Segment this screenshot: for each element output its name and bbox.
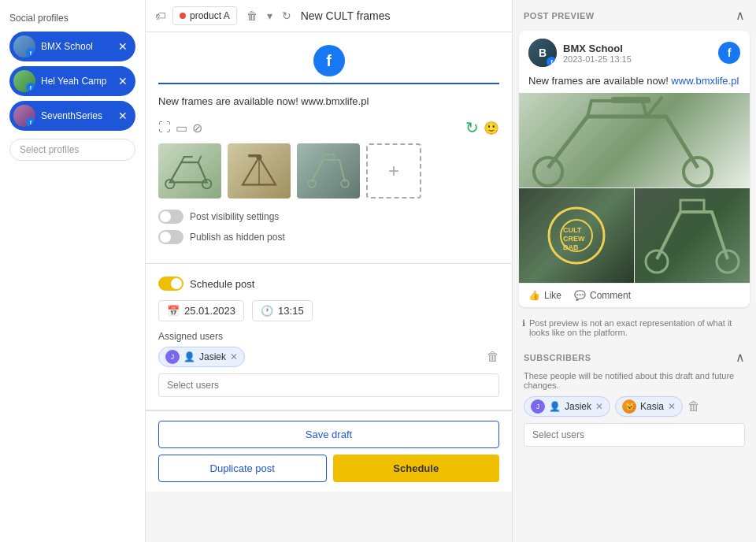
emoji-icon[interactable]: 🙂 — [484, 121, 499, 136]
subscribers-title: SUBSCRIBERS — [524, 353, 591, 362]
subscriber-jasiek-avatar: J — [531, 399, 545, 414]
subscribers-header: SUBSCRIBERS ∧ — [519, 343, 750, 371]
preview-post-link[interactable]: www.bmxlife.pl — [671, 75, 739, 87]
schedule-toggle[interactable] — [158, 277, 183, 291]
comment-button[interactable]: 💬 Comment — [574, 290, 631, 301]
select-profiles-button[interactable]: Select profiles — [9, 139, 135, 161]
select-subscribers-input[interactable] — [524, 423, 745, 447]
visibility-toggle[interactable] — [158, 210, 183, 224]
link-icon[interactable]: ⊘ — [192, 121, 202, 136]
image-row: + — [158, 143, 499, 199]
svg-text:DAB: DAB — [563, 243, 579, 251]
comment-icon: 💬 — [574, 290, 586, 301]
post-preview-title: POST PREVIEW — [524, 11, 595, 20]
like-icon: 👍 — [528, 290, 540, 301]
comment-label: Comment — [590, 290, 631, 301]
bmx-school-avatar: f — [13, 35, 35, 58]
remove-bmx-school-button[interactable]: ✕ — [117, 40, 129, 53]
time-input[interactable]: 🕐 13:15 — [252, 300, 313, 321]
date-input[interactable]: 📅 25.01.2023 — [158, 300, 244, 321]
save-draft-button[interactable]: Save draft — [158, 421, 499, 448]
svg-point-15 — [717, 251, 739, 273]
schedule-label: Schedule post — [190, 278, 254, 290]
product-label: product A — [190, 10, 230, 21]
post-editor: f New frames are available now! www.bmxl… — [146, 32, 512, 264]
visibility-label: Post visibility settings — [190, 211, 279, 222]
hidden-toggle[interactable] — [158, 230, 183, 244]
bike-image-3 — [297, 143, 360, 199]
subscriber-kasia: 🐱 Kasia ✕ — [615, 396, 683, 417]
post-text-content: New frames are available now! www.bmxlif… — [158, 92, 499, 110]
add-image-button[interactable]: + — [366, 143, 421, 199]
sidebar: Social profiles f BMX School ✕ f Hel Yea… — [0, 0, 146, 542]
collapse-subscribers-button[interactable]: ∧ — [736, 350, 745, 365]
fb-blue-circle-icon: f — [718, 42, 740, 64]
refresh-content-icon[interactable]: ↻ — [465, 118, 479, 137]
subscribers-description: These people will be notified about this… — [519, 371, 750, 396]
preview-bike-frame-bottom-left: CULT CREW DAB — [519, 188, 634, 283]
preview-card: B f BMX School 2023-01-25 13:15 f New fr… — [519, 31, 750, 307]
product-actions: 🗑 ▾ — [243, 8, 276, 24]
profile-name-bmx-school: BMX School — [41, 41, 117, 52]
preview-image-bottom-left: CULT CREW DAB — [519, 188, 634, 283]
bike-image-2 — [228, 143, 291, 199]
preview-account-date: 2023-01-25 13:15 — [563, 54, 632, 64]
preview-post-text: New frames are available now! www.bmxlif… — [519, 75, 750, 93]
collapse-preview-button[interactable]: ∧ — [736, 8, 745, 23]
delete-product-button[interactable]: 🗑 — [243, 8, 261, 24]
svg-text:CREW: CREW — [563, 235, 585, 243]
sidebar-item-bmx-school[interactable]: f BMX School ✕ — [9, 32, 135, 61]
image-thumb-2 — [228, 143, 291, 199]
user-icon: 👤 — [549, 401, 561, 412]
bike-image-1 — [158, 143, 221, 199]
facebook-icon: f — [313, 45, 345, 76]
preview-note-text: Post preview is not an exact representat… — [529, 318, 747, 337]
post-area: f New frames are available now! www.bmxl… — [146, 32, 512, 542]
remove-hel-yeah-camp-button[interactable]: ✕ — [117, 75, 129, 87]
remove-seventh-series-button[interactable]: ✕ — [117, 110, 129, 122]
sidebar-item-seventh-series[interactable]: f SeventhSeries ✕ — [9, 101, 135, 131]
preview-frame-svg-3: CULT CREW DAB — [525, 196, 628, 275]
clock-icon: 🕐 — [261, 305, 273, 317]
dropdown-product-button[interactable]: ▾ — [264, 8, 276, 24]
subscriber-kasia-name: Kasia — [640, 401, 664, 412]
delete-subscribers-button[interactable]: 🗑 — [687, 399, 700, 414]
remove-subscriber-kasia-button[interactable]: ✕ — [668, 401, 676, 412]
hidden-label: Publish as hidden post — [190, 232, 285, 243]
post-title-input[interactable] — [298, 8, 502, 24]
subscriber-jasiek-name: Jasiek — [565, 401, 591, 412]
assigned-label: Assigned users — [158, 331, 499, 342]
subscribers-users-row: J 👤 Jasiek ✕ 🐱 Kasia ✕ 🗑 — [519, 396, 750, 423]
preview-bike-frame-bottom-right — [635, 188, 750, 283]
main-content: 🏷 product A 🗑 ▾ ↻ f New frames are avail… — [146, 0, 512, 542]
select-users-input[interactable] — [158, 373, 499, 397]
preview-image-top — [519, 93, 750, 187]
expand-icon[interactable]: ⛶ — [158, 121, 171, 135]
preview-account-avatar: B f — [528, 39, 557, 67]
blue-underline — [158, 83, 499, 84]
fb-badge-icon-2: f — [26, 83, 35, 92]
svg-point-7 — [684, 158, 712, 186]
frame-svg-3 — [300, 149, 357, 193]
like-button[interactable]: 👍 Like — [528, 290, 561, 301]
product-badge: product A — [172, 6, 237, 25]
remove-subscriber-jasiek-button[interactable]: ✕ — [595, 401, 603, 412]
jasiek-name: Jasiek — [199, 351, 226, 362]
jasiek-avatar: J — [165, 350, 180, 364]
date-value: 25.01.2023 — [184, 305, 235, 317]
delete-users-button[interactable]: 🗑 — [487, 350, 499, 364]
svg-point-6 — [534, 158, 562, 186]
remove-jasiek-button[interactable]: ✕ — [230, 351, 238, 362]
hidden-toggle-row: Publish as hidden post — [158, 230, 499, 244]
subscriber-jasiek: J 👤 Jasiek ✕ — [524, 396, 610, 417]
preview-panel: POST PREVIEW ∧ B f BMX School 2023-01-25… — [512, 0, 756, 542]
fb-badge-icon-3: f — [26, 117, 35, 127]
schedule-button[interactable]: Schedule — [333, 455, 500, 482]
profile-name-seventh-series: SeventhSeries — [41, 110, 117, 121]
like-label: Like — [544, 290, 561, 301]
image-icon[interactable]: ▭ — [176, 121, 187, 136]
duplicate-post-button[interactable]: Duplicate post — [158, 455, 327, 482]
frame-svg-1 — [161, 149, 218, 193]
image-thumb-3 — [297, 143, 360, 199]
sidebar-item-hel-yeah-camp[interactable]: f Hel Yeah Camp ✕ — [9, 66, 135, 96]
